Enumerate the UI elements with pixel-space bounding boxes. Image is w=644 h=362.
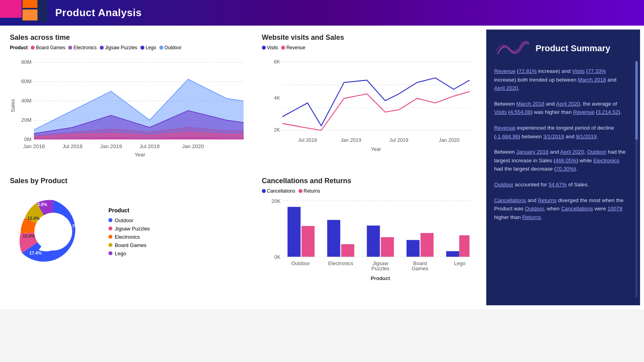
link-start-date[interactable]: 3/1/2019 [543, 134, 564, 139]
cancellations-panel: Cancellations and Returns Cancellations … [256, 173, 482, 295]
link-cancellations-2[interactable]: Cancellations [561, 206, 593, 212]
link-march2018-2[interactable]: March 2018 [516, 101, 544, 107]
link-outdoor-pct[interactable]: 466.05% [555, 158, 576, 163]
link-cancellations[interactable]: Cancellations [494, 197, 526, 203]
sales-across-time-title: Sales across time [10, 33, 246, 42]
visits-legend: Visits Revenue [262, 45, 476, 50]
svg-text:6K: 6K [274, 59, 280, 65]
bar-boardgames-cancellations [407, 240, 420, 257]
link-end-date[interactable]: 9/1/2019 [576, 134, 597, 139]
summary-title: Product Summary [536, 43, 610, 54]
svg-text:20M: 20M [21, 117, 32, 123]
svg-text:80M: 80M [21, 59, 32, 65]
returns-dot [299, 189, 302, 193]
sales-legend: Product Board Games Electronics Jigsaw P… [10, 45, 246, 50]
legend-lego-dot [108, 251, 112, 255]
legend-electronics-dot [108, 235, 112, 239]
svg-text:Lego: Lego [454, 260, 465, 266]
link-march2018[interactable]: March 2018 [578, 77, 606, 83]
legend-item-electronics: Electronics [108, 234, 150, 240]
summary-p4: Outdoor accounted for 54.67% of Sales. [494, 180, 626, 189]
svg-text:Jan 2019: Jan 2019 [340, 137, 361, 143]
legend-board-games: Board Games [31, 45, 65, 50]
svg-text:Year: Year [134, 152, 146, 158]
link-revenue-pct[interactable]: 72.81% [519, 68, 537, 74]
outdoor-dot [159, 46, 163, 50]
link-electronics[interactable]: Electronics [593, 158, 619, 163]
legend-cancellations: Cancellations [262, 188, 295, 194]
summary-waves-icon [494, 37, 530, 59]
svg-text:Games: Games [412, 265, 428, 271]
legend-returns: Returns [299, 188, 320, 194]
lego-dot [140, 46, 144, 50]
link-visits-val[interactable]: 4,554.08 [510, 109, 531, 115]
charts-row-2: Sales by Product [4, 173, 482, 295]
link-visits-pct[interactable]: 77.33% [588, 68, 606, 74]
summary-panel: Product Summary Revenue (72.81% increase… [486, 30, 640, 305]
main-content: Sales across time Product Board Games El… [0, 26, 644, 309]
scrollbar-thumb[interactable] [635, 61, 638, 140]
link-outdoor-3[interactable]: Outdoor [525, 206, 544, 212]
svg-text:40M: 40M [21, 98, 32, 104]
svg-text:Jan 2020: Jan 2020 [182, 143, 204, 149]
revenue-dot [281, 46, 285, 50]
legend-board-games-dot [108, 243, 112, 247]
svg-text:Jan 2019: Jan 2019 [100, 143, 122, 149]
link-returns[interactable]: Returns [538, 197, 556, 203]
cancellations-legend: Cancellations Returns [262, 188, 476, 194]
product-legend: Product Outdoor Jigsaw Puzzles Electroni… [108, 207, 150, 256]
header: Product Analysis [0, 0, 644, 26]
summary-content: Revenue (72.81% increase) and Visits (77… [494, 67, 632, 228]
link-april2020-2[interactable]: April 2020 [556, 101, 580, 107]
link-outdoor[interactable]: Outdoor [587, 149, 607, 155]
svg-text:20K: 20K [271, 198, 280, 204]
cancellations-title: Cancellations and Returns [262, 177, 476, 185]
legend-lego: Lego [140, 45, 156, 50]
link-electronics-pct[interactable]: 70.30% [556, 166, 574, 172]
link-revenue-decline[interactable]: Revenue [494, 125, 515, 131]
page-title: Product Analysis [55, 7, 142, 19]
sales-by-product-title: Sales by Product [10, 177, 246, 185]
cancellations-dot [262, 189, 266, 193]
svg-text:Jul 2018: Jul 2018 [62, 143, 82, 149]
svg-text:Electronics: Electronics [328, 260, 353, 266]
svg-text:Jan 2018: Jan 2018 [23, 143, 45, 149]
svg-text:Jul 2019: Jul 2019 [389, 137, 408, 143]
link-april2020-3[interactable]: April 2020 [560, 149, 584, 155]
legend-item-outdoor: Outdoor [108, 217, 150, 223]
bar-outdoor-returns [301, 226, 314, 257]
link-april2020[interactable]: April 2020 [494, 85, 518, 91]
svg-text:Outdoor: Outdoor [291, 260, 310, 266]
link-diff-val[interactable]: 10079 [607, 206, 622, 212]
svg-text:Year: Year [371, 146, 381, 152]
link-revenue-val[interactable]: 3,214.52 [597, 109, 618, 115]
svg-text:17.4%: 17.4% [29, 251, 41, 255]
link-decline-val[interactable]: -1,684.96 [496, 134, 519, 139]
logo-orange-bottom [22, 9, 37, 20]
summary-p2: Revenue experienced the longest period o… [494, 124, 626, 141]
donut-hole [34, 213, 72, 251]
summary-p1: Between March 2018 and April 2020, the a… [494, 100, 626, 117]
bar-lego-cancellations [446, 251, 459, 257]
svg-text:0M: 0M [24, 136, 32, 142]
link-visits-avg[interactable]: Visits [494, 109, 507, 115]
bar-boardgames-returns [420, 233, 433, 257]
svg-text:0K: 0K [274, 254, 280, 260]
legend-outdoor-dot [108, 218, 112, 222]
link-revenue-avg[interactable]: Revenue [573, 109, 594, 115]
legend-outdoor: Outdoor [159, 45, 181, 50]
link-jan2018[interactable]: January 2018 [516, 149, 549, 155]
svg-text:3.0%: 3.0% [37, 202, 47, 207]
link-revenue[interactable]: Revenue [494, 68, 515, 74]
summary-header: Product Summary [494, 37, 632, 59]
svg-text:4K: 4K [274, 95, 280, 101]
link-returns-2[interactable]: Returns [522, 214, 541, 220]
legend-label: Product [10, 45, 28, 50]
logo-orange-top [22, 0, 37, 8]
link-visits[interactable]: Visits [572, 68, 584, 74]
link-outdoor-2[interactable]: Outdoor [494, 182, 513, 187]
summary-p5: Cancellations and Returns diverged the m… [494, 196, 626, 222]
svg-text:54.7%: 54.7% [66, 224, 78, 228]
visits-chart: 6K 4K 2K Jul 2018 Jan 2019 Jul 2019 Jan … [262, 53, 476, 158]
link-outdoor-share[interactable]: 54.67% [549, 182, 567, 187]
